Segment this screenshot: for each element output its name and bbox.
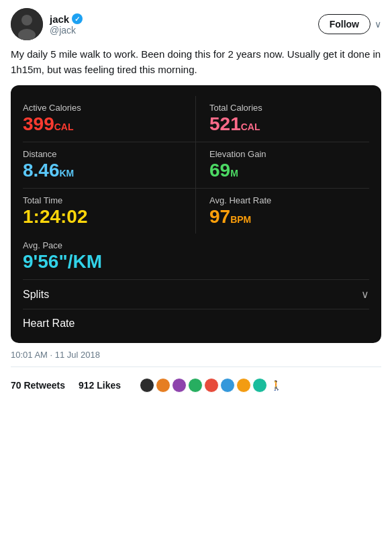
liker-avatar-6: [220, 378, 235, 393]
screen-name: @jack: [50, 25, 83, 36]
avg-pace-number: 9'56"/KM: [23, 251, 102, 272]
stats-grid: Active Calories 399CAL Total Calories 52…: [23, 96, 369, 234]
total-time-cell: Total Time 1:24:02: [23, 189, 196, 234]
total-calories-number: 521: [209, 113, 241, 134]
follow-button[interactable]: Follow: [318, 14, 371, 34]
heart-rate-label: Heart Rate: [23, 318, 75, 329]
display-name[interactable]: jack: [50, 13, 83, 25]
liker-avatars: 🚶: [140, 378, 283, 393]
tweet-text: My daily 5 mile walk to work. Been doing…: [11, 47, 381, 77]
liker-avatar-3: [172, 378, 187, 393]
total-calories-label: Total Calories: [209, 103, 369, 113]
liker-avatar-7: [236, 378, 251, 393]
avg-heart-rate-number: 97: [209, 206, 230, 227]
elevation-unit: M: [230, 168, 238, 179]
total-calories-value: 521CAL: [209, 114, 369, 135]
active-calories-label: Active Calories: [23, 103, 182, 113]
fitness-card: Active Calories 399CAL Total Calories 52…: [11, 85, 381, 343]
splits-row[interactable]: Splits ∨: [23, 280, 369, 309]
retweets-count: 70: [11, 380, 21, 391]
splits-label: Splits: [23, 289, 49, 301]
divider: [11, 367, 381, 367]
tweet-header: jack @jack Follow ∨: [11, 8, 381, 40]
active-calories-cell: Active Calories 399CAL: [23, 96, 196, 142]
total-time-value: 1:24:02: [23, 207, 182, 228]
distance-value: 8.46KM: [23, 160, 182, 181]
elevation-label: Elevation Gain: [209, 149, 369, 159]
elevation-cell: Elevation Gain 69M: [196, 142, 369, 189]
liker-avatar-4: [188, 378, 203, 393]
liker-avatar-2: [156, 378, 170, 393]
avg-heart-rate-value: 97BPM: [209, 207, 369, 228]
avg-heart-rate-label: Avg. Heart Rate: [209, 195, 369, 205]
avg-heart-rate-cell: Avg. Heart Rate 97BPM: [196, 189, 369, 234]
active-calories-number: 399: [23, 113, 54, 134]
elevation-number: 69: [209, 160, 230, 181]
retweets-stat[interactable]: 70 Retweets: [11, 380, 65, 391]
total-calories-unit: CAL: [241, 121, 260, 132]
splits-chevron-icon: ∨: [361, 288, 369, 301]
distance-number: 8.46: [23, 160, 60, 181]
distance-unit: KM: [60, 168, 75, 179]
liker-avatar-5: [204, 378, 219, 393]
total-time-label: Total Time: [23, 195, 182, 205]
likes-count: 912: [79, 380, 94, 391]
active-calories-value: 399CAL: [23, 114, 182, 135]
liker-avatar-8: [252, 378, 267, 393]
avg-pace-label: Avg. Pace: [23, 240, 369, 250]
display-name-text: jack: [50, 13, 69, 25]
distance-cell: Distance 8.46KM: [23, 142, 196, 189]
chevron-down-icon[interactable]: ∨: [375, 19, 381, 30]
user-info: jack @jack: [11, 8, 83, 40]
likes-label: Likes: [97, 380, 121, 391]
tweet-timestamp: 10:01 AM · 11 Jul 2018: [11, 350, 381, 360]
liker-avatar-1: [140, 378, 154, 393]
heart-rate-row: Heart Rate: [23, 309, 369, 332]
likes-stat[interactable]: 912 Likes: [79, 380, 121, 391]
avg-pace-value: 9'56"/KM: [23, 252, 369, 273]
user-names: jack @jack: [50, 13, 83, 36]
elevation-value: 69M: [209, 160, 369, 181]
distance-label: Distance: [23, 149, 182, 159]
avg-pace-cell: Avg. Pace 9'56"/KM: [23, 234, 369, 280]
avatar[interactable]: [11, 8, 43, 40]
total-time-number: 1:24:02: [23, 206, 88, 227]
retweets-label: Retweets: [23, 380, 64, 391]
total-calories-cell: Total Calories 521CAL: [196, 96, 369, 142]
walking-icon: 🚶: [268, 378, 283, 393]
svg-point-1: [21, 15, 32, 26]
avg-heart-rate-unit: BPM: [230, 214, 251, 225]
active-calories-unit: CAL: [54, 121, 74, 132]
follow-area: Follow ∨: [318, 14, 381, 34]
engagement-row: 70 Retweets 912 Likes 🚶: [11, 373, 381, 398]
verified-badge: [72, 13, 83, 24]
